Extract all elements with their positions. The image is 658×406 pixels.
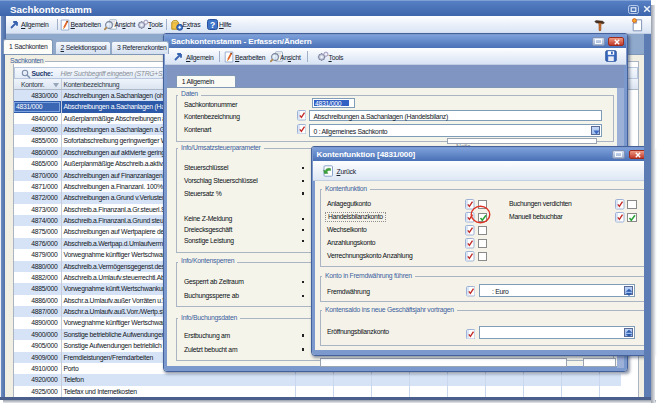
svg-text:?: ?	[210, 20, 215, 30]
